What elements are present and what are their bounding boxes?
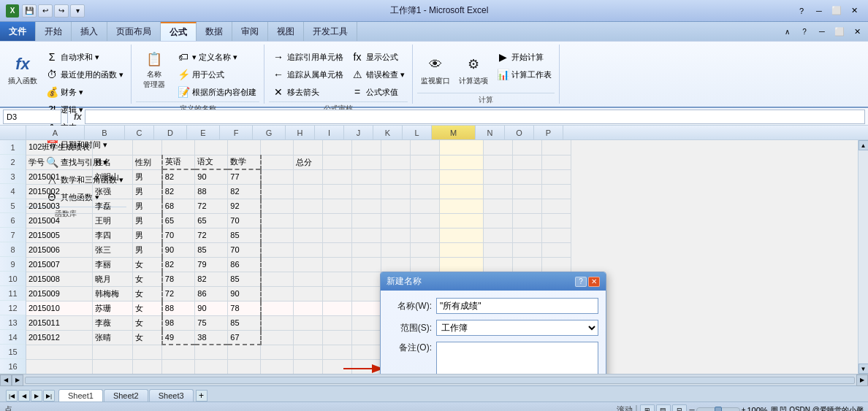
cell-D6[interactable]: 65 (162, 213, 195, 228)
cell-O3[interactable] (513, 169, 542, 184)
cell-M5[interactable] (440, 199, 484, 213)
cell-C12[interactable]: 女 (133, 301, 162, 315)
ribbon-help[interactable]: ∧ (779, 25, 795, 38)
cell-P6[interactable] (542, 213, 571, 228)
help-button[interactable]: ? (793, 4, 810, 18)
col-header-H[interactable]: H (286, 126, 315, 139)
cell-H4[interactable] (294, 184, 323, 199)
dialog-close-icon[interactable]: ✕ (588, 277, 600, 287)
restore-button[interactable]: ⬜ (829, 4, 845, 18)
cell-H13[interactable] (294, 315, 323, 330)
cell-J1[interactable] (352, 140, 381, 155)
col-header-I[interactable]: I (315, 126, 344, 139)
cell-F9[interactable]: 86 (228, 257, 261, 272)
cell-H8[interactable] (294, 242, 323, 257)
cell-E10[interactable]: 82 (195, 272, 228, 286)
cell-I5[interactable] (323, 199, 352, 213)
btn-error-check[interactable]: ⚠ 错误检查 ▾ (348, 66, 408, 82)
cell-B6[interactable]: 王明 (93, 213, 133, 228)
cell-G9[interactable] (261, 257, 294, 272)
horizontal-scrollbar-track[interactable] (25, 377, 855, 384)
cell-F4[interactable]: 82 (228, 184, 261, 199)
cell-E3[interactable]: 90 (195, 169, 228, 184)
sheet-tab-sheet3[interactable]: Sheet3 (149, 389, 194, 402)
col-header-E[interactable]: E (187, 126, 220, 139)
page-break-view-btn[interactable]: ⊟ (672, 404, 687, 412)
cell-J10[interactable] (352, 272, 381, 286)
col-header-P[interactable]: P (534, 126, 563, 139)
cell-O8[interactable] (513, 242, 542, 257)
cell-C10[interactable]: 女 (133, 272, 162, 286)
cell-B13[interactable]: 李薇 (93, 315, 133, 330)
ribbon-restore2[interactable]: ⬜ (831, 25, 848, 38)
btn-name-manager[interactable]: 📋 名称管理器 (136, 47, 172, 91)
cell-E8[interactable]: 85 (195, 242, 228, 257)
btn-recent[interactable]: ⏱ 最近使用的函数 ▾ (42, 66, 126, 82)
btn-show-formulas[interactable]: fx 显示公式 (348, 49, 408, 65)
cell-F10[interactable]: 85 (228, 272, 261, 286)
cell-H5[interactable] (294, 199, 323, 213)
btn-calc-sheet[interactable]: 📊 计算工作表 (493, 66, 555, 82)
vertical-scrollbar[interactable]: ▲ ▼ (858, 140, 868, 374)
row-num-2[interactable]: 2 (0, 155, 26, 169)
cell-G1[interactable] (261, 140, 294, 155)
cell-H9[interactable] (294, 257, 323, 272)
cell-A14[interactable]: 2015012 (26, 330, 93, 345)
cell-G10[interactable] (261, 272, 294, 286)
cell-I15[interactable] (323, 345, 352, 359)
cell-G2[interactable] (261, 155, 294, 169)
ribbon-collapse[interactable]: ? (796, 25, 812, 38)
sheet-nav-next[interactable]: ▶ (31, 390, 42, 402)
cell-B14[interactable]: 张晴 (93, 330, 133, 345)
cell-B3[interactable]: 刘明山 (93, 169, 133, 184)
cell-B8[interactable]: 张三 (93, 242, 133, 257)
cell-G14[interactable] (261, 330, 294, 345)
col-header-B[interactable]: B (85, 126, 125, 139)
cell-P7[interactable] (542, 228, 571, 242)
btn-calc-now[interactable]: ▶ 开始计算 (493, 49, 555, 65)
cell-G7[interactable] (261, 228, 294, 242)
scroll-left[interactable]: ◀ (0, 374, 12, 386)
scroll-down[interactable]: ▼ (859, 364, 869, 374)
close-button[interactable]: ✕ (846, 4, 862, 18)
cell-F15[interactable] (228, 345, 261, 359)
sheet-nav-first[interactable]: |◀ (6, 390, 18, 402)
cell-L7[interactable] (411, 228, 440, 242)
cell-A8[interactable]: 2015006 (26, 242, 93, 257)
cell-D2[interactable]: 英语 (162, 155, 195, 169)
cell-O1[interactable] (513, 140, 542, 155)
cell-M6[interactable] (440, 213, 484, 228)
ribbon-close2[interactable]: ✕ (849, 25, 865, 38)
btn-watch-window[interactable]: 👁 监视窗口 (417, 47, 454, 91)
cell-A5[interactable]: 2015003 (26, 199, 93, 213)
cell-D1[interactable] (162, 140, 195, 155)
cell-K3[interactable] (381, 169, 411, 184)
row-num-8[interactable]: 8 (0, 242, 26, 257)
tab-view[interactable]: 视图 (268, 22, 304, 41)
page-layout-view-btn[interactable]: ▤ (656, 404, 671, 412)
cell-L2[interactable] (411, 155, 440, 169)
cell-I10[interactable] (323, 272, 352, 286)
cell-J13[interactable] (352, 315, 381, 330)
cell-C3[interactable]: 男 (133, 169, 162, 184)
cell-J15[interactable] (352, 345, 381, 359)
cell-F13[interactable]: 85 (228, 315, 261, 330)
cell-M3[interactable] (440, 169, 484, 184)
cell-E4[interactable]: 88 (195, 184, 228, 199)
cell-E6[interactable]: 65 (195, 213, 228, 228)
row-num-1[interactable]: 1 (0, 140, 26, 155)
row-num-14[interactable]: 14 (0, 330, 26, 345)
btn-create-from-selection[interactable]: 📝 根据所选内容创建 (174, 84, 259, 100)
cell-K1[interactable] (381, 140, 411, 155)
cell-F5[interactable]: 92 (228, 199, 261, 213)
cell-J2[interactable] (352, 155, 381, 169)
cell-F12[interactable]: 78 (228, 301, 261, 315)
cell-H3[interactable] (294, 169, 323, 184)
cell-H11[interactable] (294, 286, 323, 301)
minimize-button[interactable]: ─ (811, 4, 827, 18)
cell-I6[interactable] (323, 213, 352, 228)
dialog-help-icon[interactable]: ? (575, 277, 587, 287)
cell-L9[interactable] (411, 257, 440, 272)
cell-I14[interactable] (323, 330, 352, 345)
cell-K2[interactable] (381, 155, 411, 169)
